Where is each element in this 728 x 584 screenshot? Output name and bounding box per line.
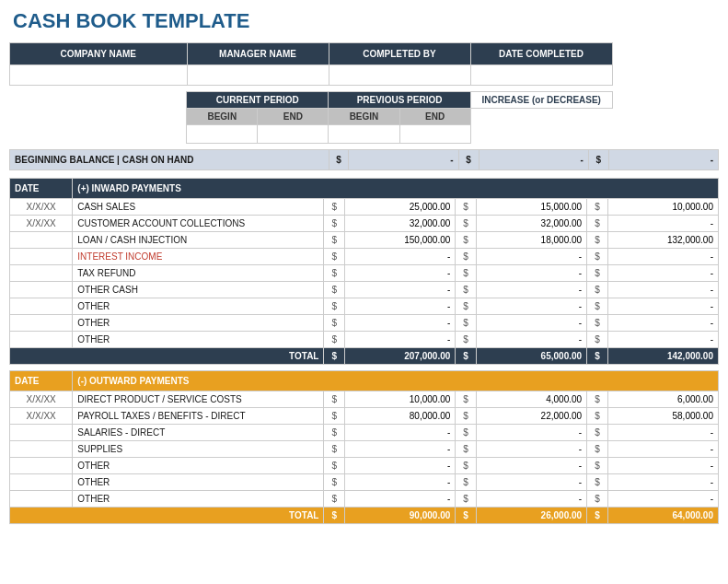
company-name-label: COMPANY NAME [10, 43, 188, 65]
current-begin-value[interactable] [187, 125, 258, 144]
outward-row-d3: $ [587, 458, 608, 474]
inward-row-date [10, 298, 73, 315]
outward-row-desc: DIRECT PRODUCT / SERVICE COSTS [73, 391, 324, 408]
inward-row-a3: - [607, 216, 718, 232]
inward-row-date [10, 332, 73, 348]
outward-row-a1: - [345, 441, 456, 458]
inward-row-a1: 150,000.00 [345, 232, 456, 249]
outward-data-row: OTHER $ - $ - $ - [10, 458, 719, 474]
outward-row-a2: - [476, 458, 586, 474]
inward-row-a2: - [476, 315, 586, 332]
inward-row-a3: - [607, 332, 718, 348]
date-completed-value[interactable] [470, 65, 612, 86]
header-table: COMPANY NAME MANAGER NAME COMPLETED BY D… [9, 42, 719, 86]
inward-header-row: DATE (+) INWARD PAYMENTS [10, 179, 719, 199]
outward-data-row: X/X/XX DIRECT PRODUCT / SERVICE COSTS $ … [10, 391, 719, 408]
inward-row-a1: - [345, 249, 456, 265]
manager-name-value[interactable] [187, 65, 329, 86]
outward-row-a3: - [607, 491, 718, 508]
balance-d2: $ [458, 150, 479, 170]
outward-data-row: SUPPLIES $ - $ - $ - [10, 441, 719, 458]
previous-period-header: PREVIOUS PERIOD [329, 92, 470, 109]
outward-row-a1: 10,000.00 [345, 391, 456, 408]
inward-row-desc: TAX REFUND [73, 265, 324, 282]
inward-data-row: X/X/XX CUSTOMER ACCOUNT COLLECTIONS $ 32… [10, 216, 719, 232]
inward-row-d3: $ [587, 249, 608, 265]
inward-total-a3: 142,000.00 [607, 348, 718, 365]
outward-row-a2: 22,000.00 [476, 408, 586, 425]
outward-row-d3: $ [587, 441, 608, 458]
outward-row-a3: - [607, 458, 718, 474]
outward-row-a1: - [345, 425, 456, 441]
inward-row-d3: $ [587, 232, 608, 249]
outward-row-a2: - [476, 425, 586, 441]
outward-row-date: X/X/XX [10, 408, 73, 425]
outward-data-row: OTHER $ - $ - $ - [10, 491, 719, 508]
inward-row-desc: OTHER CASH [73, 282, 324, 298]
current-end-value[interactable] [258, 125, 329, 144]
inward-total-a2: 65,000.00 [476, 348, 586, 365]
inward-row-desc: OTHER [73, 315, 324, 332]
inward-row-a3: 10,000.00 [607, 199, 718, 216]
outward-row-d1: $ [324, 441, 345, 458]
outward-header-row: DATE (-) OUTWARD PAYMENTS [10, 371, 719, 391]
previous-begin-value[interactable] [329, 125, 399, 144]
inward-row-d3: $ [587, 298, 608, 315]
outward-data-row: SALARIES - DIRECT $ - $ - $ - [10, 425, 719, 441]
current-period-header: CURRENT PERIOD [187, 92, 329, 109]
current-end-label: END [258, 109, 329, 125]
inward-row-a2: - [476, 249, 586, 265]
outward-row-a1: - [345, 491, 456, 508]
inward-row-date [10, 282, 73, 298]
inward-row-d1: $ [324, 282, 345, 298]
inward-row-a1: 32,000.00 [345, 216, 456, 232]
outward-row-d1: $ [324, 391, 345, 408]
outward-data-row: X/X/XX PAYROLL TAXES / BENEFITS - DIRECT… [10, 408, 719, 425]
outward-row-date [10, 425, 73, 441]
inward-row-a2: 15,000.00 [476, 199, 586, 216]
outward-row-d1: $ [324, 491, 345, 508]
inward-row-d1: $ [324, 249, 345, 265]
outward-row-a3: - [607, 441, 718, 458]
balance-v3: - [608, 150, 718, 170]
inward-row-d1: $ [324, 332, 345, 348]
outward-row-date [10, 491, 73, 508]
inward-row-desc: OTHER [73, 332, 324, 348]
outward-row-a3: 6,000.00 [607, 391, 718, 408]
inward-row-desc: OTHER [73, 298, 324, 315]
inward-row-a2: - [476, 332, 586, 348]
outward-row-desc: SUPPLIES [73, 441, 324, 458]
inward-date-label: DATE [10, 179, 73, 199]
inward-row-d3: $ [587, 265, 608, 282]
outward-row-a1: - [345, 458, 456, 474]
outward-row-date: X/X/XX [10, 391, 73, 408]
inward-row-d1: $ [324, 315, 345, 332]
outward-row-a3: - [607, 474, 718, 491]
inward-row-desc: CUSTOMER ACCOUNT COLLECTIONS [73, 216, 324, 232]
company-name-value[interactable] [10, 65, 188, 86]
previous-end-value[interactable] [399, 125, 470, 144]
inward-row-a1: - [345, 315, 456, 332]
inward-row-d2: $ [456, 315, 477, 332]
page-title: CASH BOOK TEMPLATE [9, 9, 719, 33]
outward-row-d2: $ [456, 441, 477, 458]
inward-row-a3: - [607, 249, 718, 265]
balance-v2: - [479, 150, 588, 170]
inward-row-a2: - [476, 282, 586, 298]
outward-row-d2: $ [456, 391, 477, 408]
balance-d1: $ [329, 150, 349, 170]
outward-total-d1: $ [324, 508, 345, 524]
outward-total-d2: $ [456, 508, 477, 524]
inward-row-d1: $ [324, 298, 345, 315]
outward-row-d3: $ [587, 425, 608, 441]
inward-total-a1: 207,000.00 [345, 348, 456, 365]
balance-v1: - [349, 150, 458, 170]
inward-row-d2: $ [456, 232, 477, 249]
outward-total-label: TOTAL [10, 508, 324, 524]
inward-row-a3: - [607, 282, 718, 298]
completed-by-value[interactable] [329, 65, 470, 86]
outward-row-d1: $ [324, 408, 345, 425]
outward-total-a3: 64,000.00 [607, 508, 718, 524]
outward-row-desc: PAYROLL TAXES / BENEFITS - DIRECT [73, 408, 324, 425]
inward-row-date: X/X/XX [10, 216, 73, 232]
